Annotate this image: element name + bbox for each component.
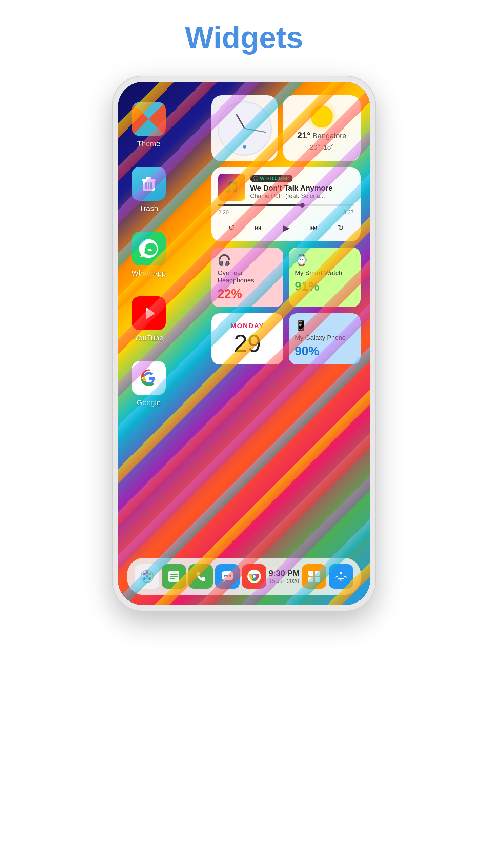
wallpaper-overlay — [118, 82, 370, 605]
page-title: Widgets — [185, 20, 303, 55]
phone-frame: Theme Trash — [112, 76, 376, 611]
phone-screen: Theme Trash — [118, 82, 370, 605]
